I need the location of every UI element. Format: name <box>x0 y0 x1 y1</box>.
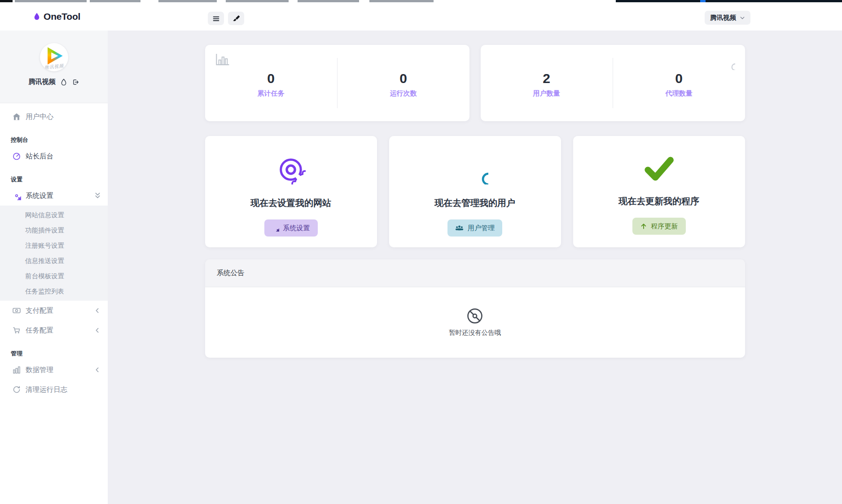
nav-section-settings: 设置 <box>0 173 108 186</box>
user-icon <box>719 53 735 70</box>
chevron-left-icon <box>94 307 100 314</box>
sidebar-profile: 腾讯视频 腾讯视频 <box>0 31 108 103</box>
droplet-icon[interactable] <box>61 79 67 86</box>
stat-total-tasks: 0 累计任务 <box>205 71 337 98</box>
announcement-title: 系统公告 <box>205 259 745 287</box>
sidebar-item-label: 用户中心 <box>26 112 53 122</box>
sidebar-item-label: 数据管理 <box>26 365 53 375</box>
bar-chart-icon <box>215 53 230 66</box>
brand-name: OneTool <box>44 11 80 22</box>
announcement-empty-state: 暂时还没有公告哦 <box>205 287 745 358</box>
logout-icon[interactable] <box>72 79 79 86</box>
top-header: OneTool 腾讯视频 <box>0 2 842 31</box>
sub-item-register[interactable]: 注册账号设置 <box>0 238 108 253</box>
banknote-icon <box>12 306 21 315</box>
stat-run-count: 0 运行次数 <box>338 71 469 98</box>
sidebar-item-label: 任务配置 <box>26 326 53 335</box>
chevron-left-icon <box>94 367 100 373</box>
logo-watermark: 腾讯视频 <box>40 62 68 71</box>
brush-icon <box>232 15 240 22</box>
announcement-panel: 系统公告 暂时还没有公告哦 <box>205 259 745 358</box>
sidebar-toggle-button[interactable] <box>208 12 224 25</box>
sub-item-template[interactable]: 前台模板设置 <box>0 268 108 284</box>
stat-label: 累计任务 <box>258 89 285 98</box>
action-title: 现在去设置我的网站 <box>250 197 331 209</box>
nav-section-console: 控制台 <box>0 134 108 146</box>
double-chevron-down-icon <box>94 192 101 200</box>
arrow-up-icon <box>640 223 647 230</box>
cart-icon <box>12 326 21 335</box>
check-icon <box>643 155 675 183</box>
button-label: 程序更新 <box>651 222 678 231</box>
sidebar-item-label: 支付配置 <box>26 306 53 316</box>
droplet-logo-icon <box>33 12 40 21</box>
home-icon <box>12 112 21 121</box>
avatar[interactable]: 腾讯视频 <box>40 43 68 71</box>
sidebar-item-clear-logs[interactable]: 清理运行日志 <box>0 380 108 399</box>
stat-value: 0 <box>267 71 275 86</box>
brand: OneTool <box>33 2 80 31</box>
sidebar-item-label: 清理运行日志 <box>26 385 67 394</box>
stat-agent-count: 0 代理数量 <box>613 71 745 98</box>
nav-section-manage: 管理 <box>0 347 108 360</box>
profile-name: 腾讯视频 <box>29 78 56 86</box>
site-selector-dropdown[interactable]: 腾讯视频 <box>705 11 750 25</box>
stats-row: 0 累计任务 0 运行次数 2 用户数量 0 <box>205 45 745 121</box>
stats-card-users: 2 用户数量 0 代理数量 <box>481 45 745 121</box>
empty-text: 暂时还没有公告哦 <box>449 329 501 337</box>
system-settings-button[interactable]: 系统设置 <box>264 219 318 237</box>
gear-icon <box>272 224 279 232</box>
sidebar-item-webmaster[interactable]: 站长后台 <box>0 146 108 166</box>
stat-label: 代理数量 <box>666 89 693 98</box>
users-icon <box>455 224 464 232</box>
gear-icon <box>276 155 306 184</box>
hamburger-icon <box>212 15 220 22</box>
sidebar-item-payment[interactable]: 支付配置 <box>0 301 108 320</box>
gear-icon <box>12 191 21 200</box>
program-update-button[interactable]: 程序更新 <box>632 218 686 235</box>
site-selector-label: 腾讯视频 <box>710 13 736 22</box>
stat-value: 0 <box>675 71 683 86</box>
sidebar-item-task-config[interactable]: 任务配置 <box>0 320 108 340</box>
main-content: 0 累计任务 0 运行次数 2 用户数量 0 <box>108 31 842 504</box>
person-icon <box>461 155 488 184</box>
stat-value: 0 <box>399 71 407 86</box>
stat-value: 2 <box>543 71 550 86</box>
action-card-update: 现在去更新我的程序 程序更新 <box>573 136 745 247</box>
sidebar-item-data-manage[interactable]: 数据管理 <box>0 360 108 380</box>
action-title: 现在去管理我的用户 <box>434 197 515 209</box>
user-management-button[interactable]: 用户管理 <box>447 219 502 237</box>
theme-brush-button[interactable] <box>228 12 244 25</box>
system-settings-submenu: 网站信息设置 功能插件设置 注册账号设置 信息推送设置 前台模板设置 任务监控列… <box>0 206 108 301</box>
action-title: 现在去更新我的程序 <box>618 195 699 207</box>
stat-user-count: 2 用户数量 <box>481 71 613 98</box>
sidebar-item-user-center[interactable]: 用户中心 <box>0 107 108 127</box>
button-label: 用户管理 <box>468 224 495 232</box>
sub-item-site-info[interactable]: 网站信息设置 <box>0 207 108 223</box>
sub-item-plugins[interactable]: 功能插件设置 <box>0 223 108 238</box>
sub-item-push[interactable]: 信息推送设置 <box>0 253 108 268</box>
sidebar: 腾讯视频 腾讯视频 用户中心 控制台 站长后台 <box>0 31 108 504</box>
dashboard-gauge-icon <box>12 152 21 161</box>
stats-card-tasks: 0 累计任务 0 运行次数 <box>205 45 469 121</box>
stat-label: 用户数量 <box>533 89 560 98</box>
action-card-settings: 现在去设置我的网站 系统设置 <box>205 136 377 247</box>
sidebar-item-label: 系统设置 <box>26 191 53 201</box>
refresh-icon <box>12 385 21 394</box>
bar-chart-icon <box>12 365 21 374</box>
action-card-users: 现在去管理我的用户 用户管理 <box>389 136 561 247</box>
actions-row: 现在去设置我的网站 系统设置 现在去管理我的用户 <box>205 136 745 247</box>
sidebar-item-system-settings[interactable]: 系统设置 <box>0 186 108 206</box>
chevron-down-icon <box>740 15 745 21</box>
sidebar-nav: 用户中心 控制台 站长后台 设置 系统设置 网站信息设置 功能插件设置 <box>0 103 108 399</box>
stat-label: 运行次数 <box>390 89 417 98</box>
button-label: 系统设置 <box>283 224 310 232</box>
sidebar-item-label: 站长后台 <box>26 152 53 161</box>
sub-item-task-monitor[interactable]: 任务监控列表 <box>0 284 108 299</box>
chevron-left-icon <box>94 327 100 333</box>
no-disc-icon <box>467 308 483 324</box>
